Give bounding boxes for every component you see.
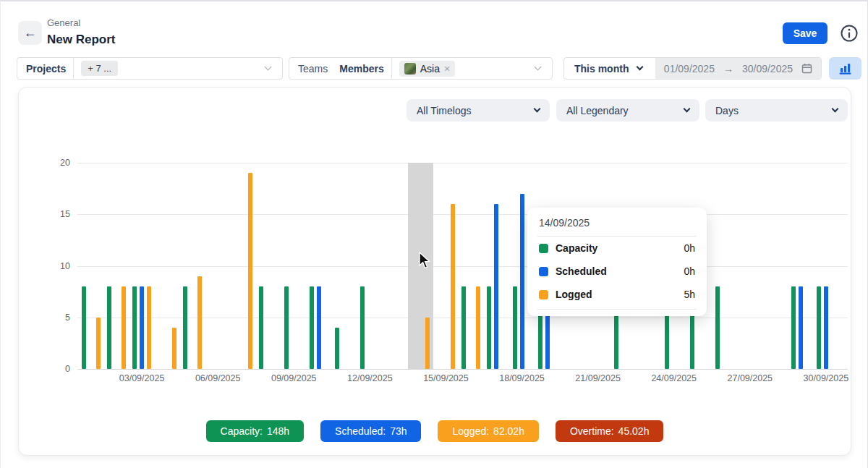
bar-scheduled[interactable]: [494, 204, 498, 369]
legend-value: 82.02h: [493, 425, 524, 437]
x-axis-tick: 15/09/2025: [423, 373, 469, 383]
teams-tab[interactable]: Teams: [289, 63, 328, 75]
bar-capacity[interactable]: [183, 286, 187, 369]
legend-capacity-button[interactable]: Capacity: 148h: [206, 420, 305, 442]
bar-capacity[interactable]: [715, 286, 720, 369]
tooltip-value: 0h: [684, 265, 695, 277]
bar-logged[interactable]: [122, 286, 126, 369]
chevron-down-icon: [265, 64, 272, 71]
bar-chart-icon: [838, 62, 853, 75]
bar-logged[interactable]: [451, 204, 455, 369]
gridline: [77, 163, 848, 163]
tooltip-row-logged: Logged 5h: [527, 283, 707, 306]
x-axis-tick: 12/09/2025: [347, 373, 393, 383]
breadcrumb: General: [47, 17, 80, 28]
x-axis-tick: 18/09/2025: [499, 373, 545, 383]
bar-scheduled[interactable]: [520, 194, 524, 369]
bar-capacity[interactable]: [791, 286, 796, 369]
bar-capacity[interactable]: [310, 286, 314, 369]
report-screen: ← General New Report Save Projects + 7 .…: [0, 0, 868, 468]
member-avatar: [404, 63, 416, 75]
summary-legend: Capacity: 148h Scheduled: 73h Logged: 82…: [19, 420, 851, 442]
chart-tooltip: 14/09/2025 Capacity 0h Scheduled 0h Logg…: [527, 208, 707, 316]
calendar-icon: [801, 63, 812, 74]
date-filter: This month 01/09/2025 → 30/09/2025: [563, 57, 822, 80]
members-tab[interactable]: Members: [339, 63, 383, 75]
divider: [391, 57, 392, 80]
tooltip-label: Scheduled: [556, 265, 607, 277]
x-axis-tick: 03/09/2025: [119, 373, 165, 383]
chart-view-button[interactable]: [829, 57, 861, 80]
projects-more-chip[interactable]: + 7 ...: [81, 61, 118, 76]
tooltip-label: Logged: [556, 289, 592, 300]
x-axis-tick: 09/09/2025: [271, 373, 317, 383]
legend-scheduled-button[interactable]: Scheduled: 73h: [320, 420, 421, 442]
bar-capacity[interactable]: [487, 286, 491, 369]
gridline: [77, 266, 848, 267]
legend-label: Logged:: [452, 425, 489, 437]
tooltip-date: 14/09/2025: [527, 208, 707, 236]
bar-logged[interactable]: [425, 318, 430, 369]
legend-value: 148h: [267, 425, 289, 437]
chevron-down-icon: [832, 106, 839, 113]
bar-scheduled[interactable]: [317, 286, 321, 369]
legendary-select[interactable]: All Legendary: [556, 99, 699, 122]
date-range-picker[interactable]: 01/09/2025 → 30/09/2025: [655, 58, 821, 79]
bar-scheduled[interactable]: [799, 286, 803, 369]
granularity-select[interactable]: Days: [705, 99, 848, 122]
projects-filter[interactable]: Projects + 7 ...: [17, 57, 283, 80]
timelogs-select[interactable]: All Timelogs: [407, 99, 550, 122]
info-icon[interactable]: [840, 24, 859, 43]
bar-capacity[interactable]: [284, 286, 289, 369]
bar-logged[interactable]: [476, 286, 480, 369]
x-axis-tick: 06/09/2025: [195, 373, 241, 383]
member-name: Asia: [420, 63, 440, 75]
legend-overtime-button[interactable]: Overtime: 45.02h: [556, 420, 664, 442]
bar-capacity[interactable]: [817, 286, 821, 369]
scheduled-swatch: [539, 267, 548, 276]
save-button[interactable]: Save: [783, 22, 827, 44]
x-axis-tick: 30/09/2025: [804, 373, 849, 383]
legend-logged-button[interactable]: Logged: 82.02h: [438, 420, 538, 442]
bar-logged[interactable]: [96, 318, 101, 369]
remove-member-icon[interactable]: ×: [444, 63, 450, 75]
legend-value: 73h: [390, 425, 407, 437]
legend-value: 45.02h: [618, 425, 650, 437]
y-axis-tick: 20: [34, 158, 70, 168]
chevron-down-icon: [637, 64, 644, 71]
tooltip-value: 5h: [684, 289, 695, 300]
divider: [73, 57, 74, 80]
bar-logged[interactable]: [172, 328, 176, 369]
bar-capacity[interactable]: [259, 286, 263, 369]
page-title: New Report: [47, 33, 115, 47]
bar-capacity[interactable]: [335, 328, 339, 369]
chevron-down-icon: [535, 64, 542, 71]
bar-scheduled[interactable]: [824, 286, 828, 369]
back-button[interactable]: ←: [18, 21, 42, 45]
member-tag-asia[interactable]: Asia ×: [399, 61, 455, 77]
y-axis-tick: 0: [34, 364, 70, 374]
bar-capacity[interactable]: [461, 286, 466, 369]
tooltip-row-scheduled: Scheduled 0h: [527, 260, 707, 283]
report-chart-card: All Timelogs All Legendary Days 05101520…: [18, 87, 851, 456]
projects-label: Projects: [17, 63, 66, 75]
bar-capacity[interactable]: [107, 286, 111, 369]
y-axis-tick: 15: [34, 209, 70, 219]
bar-logged[interactable]: [197, 276, 202, 369]
period-select[interactable]: This month: [564, 63, 652, 75]
date-from: 01/09/2025: [664, 63, 715, 75]
bar-capacity[interactable]: [132, 286, 137, 369]
bar-scheduled[interactable]: [140, 286, 144, 369]
y-axis-tick: 10: [34, 261, 70, 271]
gridline: [77, 369, 848, 370]
legend-label: Scheduled:: [335, 425, 386, 437]
bar-logged[interactable]: [248, 173, 252, 369]
bar-logged[interactable]: [147, 286, 151, 369]
bar-capacity[interactable]: [513, 286, 517, 369]
tooltip-row-capacity: Capacity 0h: [527, 237, 707, 260]
legend-label: Capacity:: [221, 425, 263, 437]
bar-capacity[interactable]: [360, 286, 365, 369]
bar-capacity[interactable]: [82, 286, 86, 369]
gridline: [77, 214, 848, 215]
tooltip-value: 0h: [684, 242, 695, 254]
